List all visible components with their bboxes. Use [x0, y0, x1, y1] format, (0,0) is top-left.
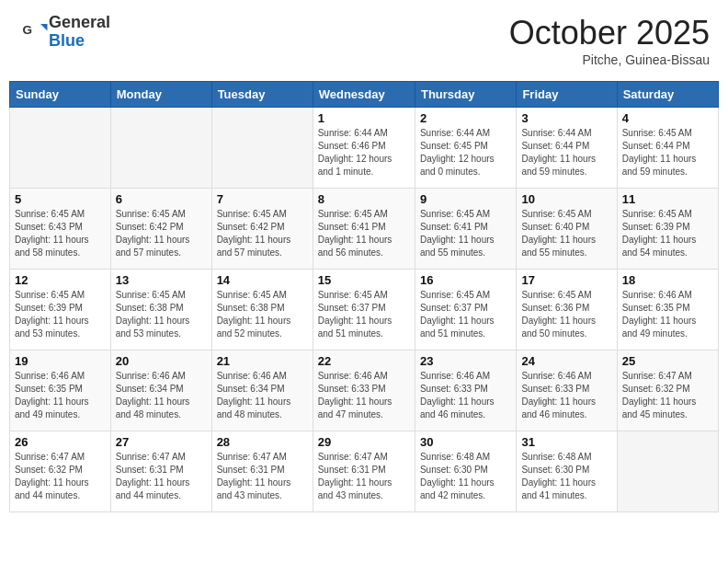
calendar-cell: 27Sunrise: 6:47 AM Sunset: 6:31 PM Dayli…: [110, 431, 211, 512]
day-info: Sunrise: 6:47 AM Sunset: 6:31 PM Dayligh…: [116, 451, 207, 502]
day-number: 31: [521, 435, 611, 449]
day-info: Sunrise: 6:48 AM Sunset: 6:30 PM Dayligh…: [521, 451, 611, 502]
day-info: Sunrise: 6:45 AM Sunset: 6:41 PM Dayligh…: [420, 208, 511, 259]
day-number: 11: [622, 192, 713, 206]
calendar-cell: 15Sunrise: 6:45 AM Sunset: 6:37 PM Dayli…: [313, 270, 415, 350]
svg-text:G: G: [23, 22, 33, 36]
weekday-header-sunday: Sunday: [10, 82, 111, 108]
weekday-header-friday: Friday: [517, 82, 617, 108]
calendar-cell: 22Sunrise: 6:46 AM Sunset: 6:33 PM Dayli…: [313, 350, 415, 431]
day-number: 19: [15, 354, 106, 368]
svg-marker-1: [40, 24, 48, 31]
day-number: 13: [116, 273, 207, 287]
day-info: Sunrise: 6:45 AM Sunset: 6:37 PM Dayligh…: [318, 289, 410, 340]
calendar-cell: 21Sunrise: 6:46 AM Sunset: 6:34 PM Dayli…: [211, 350, 313, 431]
calendar-cell: 31Sunrise: 6:48 AM Sunset: 6:30 PM Dayli…: [517, 431, 617, 512]
calendar-cell: 11Sunrise: 6:45 AM Sunset: 6:39 PM Dayli…: [617, 189, 718, 270]
calendar-cell: [211, 108, 313, 189]
day-number: 21: [217, 354, 308, 368]
day-number: 28: [217, 435, 308, 449]
weekday-header-saturday: Saturday: [617, 82, 718, 108]
day-info: Sunrise: 6:44 AM Sunset: 6:45 PM Dayligh…: [420, 127, 511, 178]
day-number: 4: [622, 111, 713, 125]
day-number: 30: [420, 435, 511, 449]
calendar-cell: 9Sunrise: 6:45 AM Sunset: 6:41 PM Daylig…: [415, 189, 516, 270]
day-info: Sunrise: 6:46 AM Sunset: 6:33 PM Dayligh…: [318, 370, 410, 421]
calendar-cell: 1Sunrise: 6:44 AM Sunset: 6:46 PM Daylig…: [313, 108, 415, 189]
calendar-cell: 18Sunrise: 6:46 AM Sunset: 6:35 PM Dayli…: [617, 270, 718, 350]
day-info: Sunrise: 6:44 AM Sunset: 6:46 PM Dayligh…: [318, 127, 410, 178]
day-number: 25: [622, 354, 713, 368]
calendar-cell: 3Sunrise: 6:44 AM Sunset: 6:44 PM Daylig…: [517, 108, 617, 189]
day-number: 5: [15, 192, 106, 206]
day-info: Sunrise: 6:44 AM Sunset: 6:44 PM Dayligh…: [521, 127, 611, 178]
weekday-header-wednesday: Wednesday: [313, 82, 415, 108]
calendar-cell: 29Sunrise: 6:47 AM Sunset: 6:31 PM Dayli…: [313, 431, 415, 512]
day-number: 22: [318, 354, 410, 368]
logo-general-text: General: [49, 14, 110, 32]
calendar-cell: 24Sunrise: 6:46 AM Sunset: 6:33 PM Dayli…: [517, 350, 617, 431]
calendar-cell: 6Sunrise: 6:45 AM Sunset: 6:42 PM Daylig…: [110, 189, 211, 270]
logo: G General Blue: [18, 14, 110, 51]
calendar-cell: 12Sunrise: 6:45 AM Sunset: 6:39 PM Dayli…: [10, 270, 111, 350]
day-number: 1: [318, 111, 410, 125]
calendar-cell: 7Sunrise: 6:45 AM Sunset: 6:42 PM Daylig…: [211, 189, 313, 270]
day-info: Sunrise: 6:46 AM Sunset: 6:33 PM Dayligh…: [420, 370, 511, 421]
day-number: 20: [116, 354, 207, 368]
calendar-cell: 2Sunrise: 6:44 AM Sunset: 6:45 PM Daylig…: [415, 108, 516, 189]
day-number: 2: [420, 111, 511, 125]
calendar-cell: 25Sunrise: 6:47 AM Sunset: 6:32 PM Dayli…: [617, 350, 718, 431]
day-number: 23: [420, 354, 511, 368]
day-info: Sunrise: 6:47 AM Sunset: 6:31 PM Dayligh…: [318, 451, 410, 502]
weekday-header-row: SundayMondayTuesdayWednesdayThursdayFrid…: [10, 82, 719, 108]
calendar-cell: 17Sunrise: 6:45 AM Sunset: 6:36 PM Dayli…: [517, 270, 617, 350]
day-info: Sunrise: 6:45 AM Sunset: 6:39 PM Dayligh…: [622, 208, 713, 259]
day-info: Sunrise: 6:46 AM Sunset: 6:34 PM Dayligh…: [116, 370, 207, 421]
day-info: Sunrise: 6:45 AM Sunset: 6:41 PM Dayligh…: [318, 208, 410, 259]
day-info: Sunrise: 6:48 AM Sunset: 6:30 PM Dayligh…: [420, 451, 511, 502]
day-number: 12: [15, 273, 106, 287]
day-number: 18: [622, 273, 713, 287]
day-number: 9: [420, 192, 511, 206]
week-row-2: 5Sunrise: 6:45 AM Sunset: 6:43 PM Daylig…: [10, 189, 719, 270]
day-number: 6: [116, 192, 207, 206]
weekday-header-thursday: Thursday: [415, 82, 516, 108]
calendar-cell: 23Sunrise: 6:46 AM Sunset: 6:33 PM Dayli…: [415, 350, 516, 431]
day-info: Sunrise: 6:45 AM Sunset: 6:36 PM Dayligh…: [521, 289, 611, 340]
weekday-header-tuesday: Tuesday: [211, 82, 313, 108]
calendar-cell: 26Sunrise: 6:47 AM Sunset: 6:32 PM Dayli…: [10, 431, 111, 512]
calendar-cell: [10, 108, 111, 189]
calendar-cell: 30Sunrise: 6:48 AM Sunset: 6:30 PM Dayli…: [415, 431, 516, 512]
location-text: Pitche, Guinea-Bissau: [509, 52, 710, 67]
day-info: Sunrise: 6:45 AM Sunset: 6:40 PM Dayligh…: [521, 208, 611, 259]
day-info: Sunrise: 6:45 AM Sunset: 6:38 PM Dayligh…: [217, 289, 308, 340]
calendar-cell: [617, 431, 718, 512]
day-number: 8: [318, 192, 410, 206]
day-info: Sunrise: 6:46 AM Sunset: 6:35 PM Dayligh…: [15, 370, 106, 421]
logo-text: General Blue: [49, 14, 110, 51]
day-info: Sunrise: 6:45 AM Sunset: 6:39 PM Dayligh…: [15, 289, 106, 340]
day-info: Sunrise: 6:46 AM Sunset: 6:34 PM Dayligh…: [217, 370, 308, 421]
day-number: 15: [318, 273, 410, 287]
day-info: Sunrise: 6:46 AM Sunset: 6:35 PM Dayligh…: [622, 289, 713, 340]
week-row-3: 12Sunrise: 6:45 AM Sunset: 6:39 PM Dayli…: [10, 270, 719, 350]
week-row-4: 19Sunrise: 6:46 AM Sunset: 6:35 PM Dayli…: [10, 350, 719, 431]
week-row-1: 1Sunrise: 6:44 AM Sunset: 6:46 PM Daylig…: [10, 108, 719, 189]
day-number: 26: [15, 435, 106, 449]
calendar-cell: 4Sunrise: 6:45 AM Sunset: 6:44 PM Daylig…: [617, 108, 718, 189]
logo-blue-text: Blue: [49, 32, 110, 51]
calendar-cell: 19Sunrise: 6:46 AM Sunset: 6:35 PM Dayli…: [10, 350, 111, 431]
day-number: 17: [521, 273, 611, 287]
weekday-header-monday: Monday: [110, 82, 211, 108]
week-row-5: 26Sunrise: 6:47 AM Sunset: 6:32 PM Dayli…: [10, 431, 719, 512]
page-header: G General Blue October 2025 Pitche, Guin…: [9, 9, 719, 72]
calendar-cell: [110, 108, 211, 189]
day-number: 16: [420, 273, 511, 287]
day-info: Sunrise: 6:45 AM Sunset: 6:42 PM Dayligh…: [217, 208, 308, 259]
day-info: Sunrise: 6:45 AM Sunset: 6:37 PM Dayligh…: [420, 289, 511, 340]
calendar-cell: 13Sunrise: 6:45 AM Sunset: 6:38 PM Dayli…: [110, 270, 211, 350]
day-info: Sunrise: 6:45 AM Sunset: 6:44 PM Dayligh…: [622, 127, 713, 178]
day-info: Sunrise: 6:45 AM Sunset: 6:42 PM Dayligh…: [116, 208, 207, 259]
calendar-cell: 28Sunrise: 6:47 AM Sunset: 6:31 PM Dayli…: [211, 431, 313, 512]
day-info: Sunrise: 6:45 AM Sunset: 6:38 PM Dayligh…: [116, 289, 207, 340]
